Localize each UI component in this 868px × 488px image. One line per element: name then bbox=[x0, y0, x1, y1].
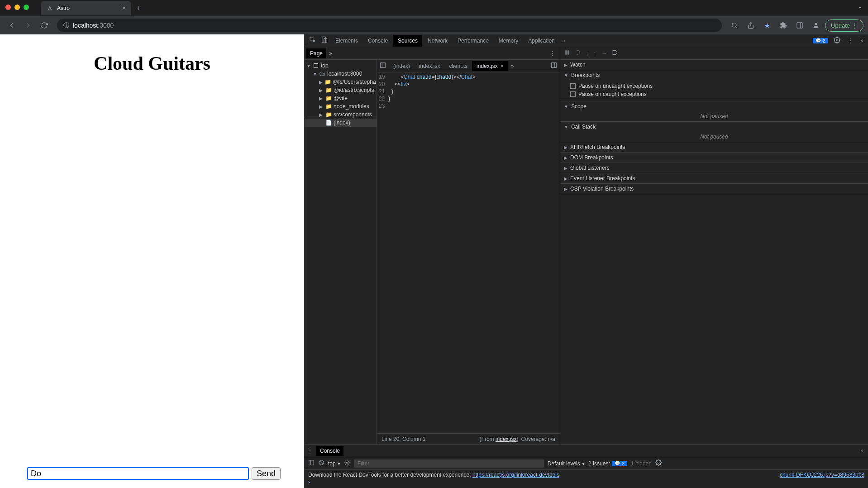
sources-subtab-row: Page » ⋮ bbox=[305, 47, 560, 60]
tab-performance[interactable]: Performance bbox=[453, 35, 493, 47]
more-tabs-icon[interactable]: » bbox=[560, 36, 567, 46]
console-settings-icon[interactable] bbox=[655, 459, 662, 467]
console-prompt[interactable]: › bbox=[308, 478, 864, 486]
tab-application[interactable]: Application bbox=[524, 35, 559, 47]
global-listeners-section-header[interactable]: ▶Global Listeners bbox=[560, 163, 868, 173]
minimize-window-button[interactable] bbox=[14, 5, 20, 10]
console-output[interactable]: Download the React DevTools for a better… bbox=[305, 470, 868, 488]
toggle-sidebar-icon[interactable] bbox=[308, 459, 315, 467]
share-icon[interactable] bbox=[744, 18, 758, 33]
step-button[interactable]: → bbox=[601, 50, 607, 57]
from-file-link[interactable]: index.jsx bbox=[496, 436, 517, 442]
zoom-icon[interactable] bbox=[727, 18, 742, 33]
expand-arrow-icon[interactable]: ▼ bbox=[306, 63, 311, 68]
site-info-icon[interactable]: ⓘ bbox=[63, 21, 69, 29]
scope-section-header[interactable]: ▼Scope bbox=[560, 101, 868, 111]
subtab-kebab-icon[interactable]: ⋮ bbox=[550, 50, 555, 57]
tab-elements[interactable]: Elements bbox=[331, 35, 362, 47]
extensions-icon[interactable] bbox=[776, 18, 791, 33]
console-context-dropdown[interactable]: top ▾ bbox=[328, 460, 340, 467]
log-levels-dropdown[interactable]: Default levels ▾ bbox=[548, 460, 585, 467]
close-window-button[interactable] bbox=[5, 5, 11, 10]
page-subtab[interactable]: Page bbox=[306, 48, 326, 58]
clear-console-icon[interactable] bbox=[318, 459, 324, 467]
pause-caught-checkbox[interactable]: Pause on caught exceptions bbox=[570, 90, 864, 98]
tab-memory[interactable]: Memory bbox=[494, 35, 523, 47]
toggle-debugger-icon[interactable] bbox=[551, 62, 557, 70]
hidden-count[interactable]: 1 hidden bbox=[631, 460, 652, 467]
expand-arrow-icon[interactable]: ▶ bbox=[319, 88, 324, 93]
issues-badge[interactable]: 2 bbox=[813, 38, 828, 43]
close-drawer-icon[interactable]: × bbox=[858, 446, 865, 456]
expand-arrow-icon[interactable]: ▶ bbox=[319, 96, 324, 101]
live-expression-icon[interactable] bbox=[344, 459, 350, 467]
toggle-navigator-icon[interactable] bbox=[380, 62, 386, 70]
close-editor-tab-icon[interactable]: × bbox=[501, 63, 504, 69]
tab-sources[interactable]: Sources bbox=[393, 35, 422, 47]
profile-icon[interactable] bbox=[809, 18, 823, 33]
step-into-button[interactable]: ↓ bbox=[586, 50, 589, 57]
close-devtools-icon[interactable]: × bbox=[858, 36, 865, 46]
kebab-icon[interactable]: ⋮ bbox=[846, 36, 855, 46]
expand-arrow-icon[interactable]: ▶ bbox=[319, 80, 323, 85]
send-button[interactable]: Send bbox=[252, 467, 281, 480]
xhr-bp-section-header[interactable]: ▶XHR/fetch Breakpoints bbox=[560, 142, 868, 152]
address-bar[interactable]: ⓘ localhost:3000 bbox=[57, 19, 722, 32]
expand-arrow-icon[interactable]: ▼ bbox=[313, 72, 317, 77]
side-panel-icon[interactable] bbox=[792, 18, 807, 33]
console-drawer-tab[interactable]: Console bbox=[316, 446, 343, 456]
more-editor-tabs-icon[interactable]: » bbox=[511, 63, 514, 69]
event-bp-section-header[interactable]: ▶Event Listener Breakpoints bbox=[560, 173, 868, 183]
tab-list-dropdown-icon[interactable] bbox=[857, 4, 863, 12]
code-content[interactable]: <Chat chatId={chatId}></Chat> </div> ); … bbox=[388, 72, 560, 433]
step-over-button[interactable] bbox=[575, 49, 581, 57]
tree-root[interactable]: ▼ top bbox=[305, 62, 377, 70]
tab-network[interactable]: Network bbox=[423, 35, 452, 47]
new-tab-button[interactable]: + bbox=[137, 4, 141, 12]
more-subtabs-icon[interactable]: » bbox=[329, 50, 332, 57]
callstack-section-header[interactable]: ▼Call Stack bbox=[560, 122, 868, 132]
forward-button[interactable] bbox=[21, 18, 35, 33]
deactivate-breakpoints-button[interactable] bbox=[612, 49, 618, 57]
tree-folder[interactable]: ▶ 📁 @fs/Users/stepha bbox=[305, 78, 377, 86]
editor-tab[interactable]: (index) bbox=[389, 61, 415, 71]
editor-tab[interactable]: index.jsx bbox=[415, 61, 445, 71]
pause-button[interactable] bbox=[564, 49, 570, 57]
url-text: localhost:3000 bbox=[73, 22, 114, 29]
tree-host[interactable]: ▼ localhost:3000 bbox=[305, 70, 377, 78]
console-message-link[interactable]: https://reactjs.org/link/react-devtools bbox=[472, 472, 559, 478]
editor-tab[interactable]: index.jsx× bbox=[472, 61, 508, 71]
code-editor[interactable]: 1920212223 <Chat chatId={chatId}></Chat>… bbox=[377, 72, 560, 433]
console-filter-input[interactable] bbox=[354, 459, 544, 468]
tree-file[interactable]: 📄 (index) bbox=[305, 119, 377, 127]
back-button[interactable] bbox=[5, 18, 19, 33]
tree-folder[interactable]: ▶ 📁 @vite bbox=[305, 94, 377, 102]
dom-bp-section-header[interactable]: ▶DOM Breakpoints bbox=[560, 153, 868, 163]
expand-arrow-icon[interactable]: ▶ bbox=[319, 112, 324, 117]
update-button[interactable]: Update ⋮ bbox=[825, 19, 863, 32]
console-issues-link[interactable]: 2 Issues: 2 bbox=[588, 460, 627, 467]
editor-tab[interactable]: client.ts bbox=[444, 61, 472, 71]
step-out-button[interactable]: ↑ bbox=[593, 50, 596, 57]
tree-folder[interactable]: ▶ 📁 node_modules bbox=[305, 102, 377, 110]
expand-arrow-icon[interactable]: ▶ bbox=[319, 104, 324, 109]
reload-button[interactable] bbox=[37, 18, 52, 33]
bookmark-star-icon[interactable]: ★ bbox=[760, 18, 774, 33]
csp-bp-section-header[interactable]: ▶CSP Violation Breakpoints bbox=[560, 184, 868, 194]
breakpoints-section-header[interactable]: ▼Breakpoints bbox=[560, 70, 868, 80]
maximize-window-button[interactable] bbox=[24, 5, 29, 10]
console-source-link[interactable]: chunk-DFKQJ226.js?v=d89583bf:8 bbox=[780, 472, 864, 478]
browser-tab[interactable]: Astro × bbox=[41, 1, 131, 15]
watch-section-header[interactable]: ▶Watch bbox=[560, 60, 868, 70]
settings-gear-icon[interactable] bbox=[832, 35, 842, 47]
inspect-icon[interactable] bbox=[307, 34, 318, 47]
chat-input[interactable] bbox=[27, 467, 249, 480]
pause-uncaught-checkbox[interactable]: Pause on uncaught exceptions bbox=[570, 82, 864, 90]
tree-folder[interactable]: ▶ 📁 @id/astro:scripts bbox=[305, 86, 377, 94]
tree-folder[interactable]: ▶ 📁 src/components bbox=[305, 110, 377, 119]
console-drawer-tabs: ⋮ Console × bbox=[305, 445, 868, 457]
close-tab-icon[interactable]: × bbox=[122, 5, 126, 12]
drawer-kebab-icon[interactable]: ⋮ bbox=[307, 448, 313, 454]
device-toggle-icon[interactable] bbox=[319, 34, 330, 47]
tab-console[interactable]: Console bbox=[363, 35, 392, 47]
